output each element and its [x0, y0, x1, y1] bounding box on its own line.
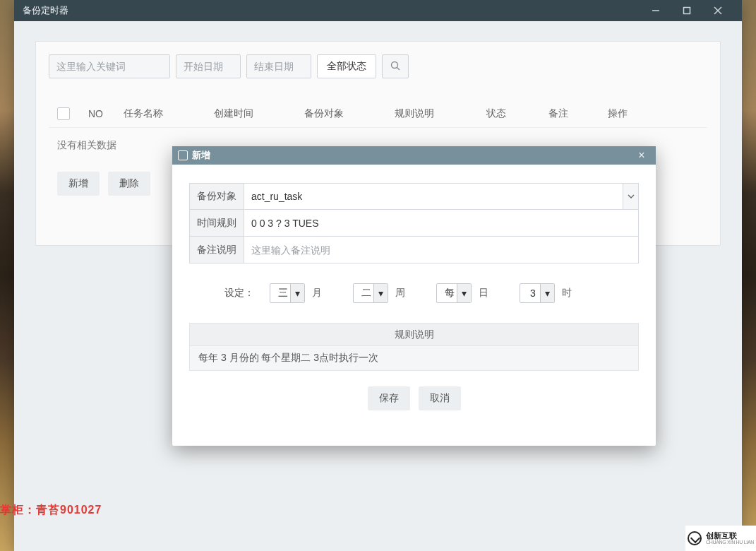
modal-titlebar: 新增 ×: [172, 146, 656, 165]
week-unit: 周: [395, 287, 405, 300]
corner-logo: 创新互联 CHUANG XIN HU LIAN: [685, 526, 756, 551]
modal-actions: 保存 取消: [189, 386, 639, 410]
col-state: 状态: [486, 107, 548, 120]
search-icon: [390, 61, 400, 73]
col-op: 操作: [608, 107, 650, 120]
start-date-input[interactable]: [176, 54, 241, 78]
cancel-button[interactable]: 取消: [419, 386, 461, 410]
filter-toolbar: 全部状态: [49, 54, 707, 78]
day-unit: 日: [479, 287, 488, 300]
month-unit: 月: [312, 287, 322, 300]
keyword-input[interactable]: [49, 54, 170, 78]
modal-close-button[interactable]: ×: [633, 149, 650, 162]
window-title: 备份定时器: [23, 4, 640, 17]
remark-input[interactable]: [251, 244, 631, 256]
timerule-input[interactable]: [251, 218, 631, 229]
month-select[interactable]: 三 ▾: [270, 283, 305, 303]
timerule-field[interactable]: [244, 210, 639, 237]
footer-watermark: 掌柜：青苔901027: [0, 503, 102, 518]
day-select[interactable]: 每 ▾: [436, 283, 472, 303]
caret-down-icon: ▾: [290, 284, 304, 302]
modal-title-icon: [178, 150, 188, 160]
col-object: 备份对象: [304, 107, 395, 120]
window-titlebar: 备份定时器: [14, 0, 742, 21]
col-name: 任务名称: [124, 107, 214, 120]
label-object: 备份对象: [189, 183, 244, 210]
hour-unit: 时: [562, 287, 572, 300]
window-minimize-button[interactable]: [640, 0, 671, 21]
rule-description-text: 每年 3 月份的 每个星期二 3点时执行一次: [189, 345, 639, 371]
rule-description-header: 规则说明: [189, 323, 639, 345]
delete-button[interactable]: 删除: [108, 172, 150, 196]
form-row-object: 备份对象 act_ru_task: [189, 183, 639, 210]
select-all-checkbox[interactable]: [57, 107, 70, 120]
window-close-button[interactable]: [702, 0, 733, 21]
save-button[interactable]: 保存: [368, 386, 410, 410]
hour-select[interactable]: 3 ▾: [520, 283, 555, 303]
col-create: 创建时间: [214, 107, 304, 120]
window-maximize-button[interactable]: [671, 0, 702, 21]
label-remark: 备注说明: [189, 237, 244, 263]
svg-point-4: [392, 61, 398, 68]
col-rule: 规则说明: [395, 107, 486, 120]
form-row-remark: 备注说明: [189, 237, 639, 263]
search-button[interactable]: [382, 54, 409, 78]
object-select-value: act_ru_task: [251, 191, 302, 202]
svg-line-5: [397, 67, 400, 70]
add-modal: 新增 × 备份对象 act_ru_task 时间规则 备注说明 设: [172, 146, 656, 446]
caret-down-icon: ▾: [373, 284, 388, 302]
logo-icon: [688, 531, 702, 545]
chevron-down-icon: [623, 184, 638, 209]
col-no: NO: [88, 108, 124, 119]
schedule-label: 设定：: [224, 287, 254, 300]
label-timerule: 时间规则: [189, 210, 244, 237]
remark-field[interactable]: [244, 237, 639, 263]
logo-text: 创新互联: [706, 532, 754, 540]
svg-rect-1: [684, 8, 690, 14]
week-select[interactable]: 二 ▾: [353, 283, 388, 303]
modal-title: 新增: [192, 149, 633, 162]
schedule-row: 设定： 三 ▾ 月 二 ▾ 周 每 ▾ 日 3 ▾ 时: [189, 283, 639, 303]
status-filter-button[interactable]: 全部状态: [317, 54, 376, 78]
col-remark: 备注: [548, 107, 608, 120]
form-row-timerule: 时间规则: [189, 210, 639, 237]
add-button[interactable]: 新增: [57, 172, 100, 196]
caret-down-icon: ▾: [540, 284, 554, 302]
caret-down-icon: ▾: [457, 284, 471, 302]
table-header: NO 任务名称 创建时间 备份对象 规则说明 状态 备注 操作: [49, 100, 707, 128]
object-select[interactable]: act_ru_task: [244, 183, 639, 210]
modal-body: 备份对象 act_ru_task 时间规则 备注说明 设定： 三: [172, 165, 656, 446]
end-date-input[interactable]: [246, 54, 311, 78]
logo-subtext: CHUANG XIN HU LIAN: [706, 540, 754, 545]
